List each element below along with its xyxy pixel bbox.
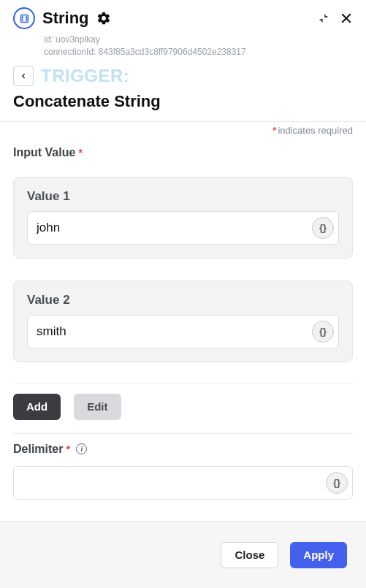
id-value: uov3nplkay [56, 34, 100, 45]
connection-id-value: 843f85a3cd3c8ff97906d4502e238317 [99, 47, 246, 57]
back-button[interactable] [13, 66, 34, 86]
collapse-icon[interactable] [318, 12, 329, 24]
value-2-input[interactable] [28, 316, 338, 348]
value-1-input[interactable] [28, 212, 338, 244]
value-2-label: Value 2 [27, 293, 339, 308]
apply-button[interactable]: Apply [290, 542, 347, 568]
info-icon[interactable]: i [76, 443, 87, 454]
required-indicator: * [78, 146, 83, 159]
divider [13, 433, 353, 434]
delimiter-label: Delimiter * i [13, 443, 353, 456]
add-button[interactable]: Add [13, 394, 61, 420]
input-value-label: Input Value * [13, 146, 353, 159]
module-icon [13, 7, 35, 29]
required-note: *indicates required [13, 122, 353, 136]
section-title: Concatenate String [0, 91, 366, 121]
value-card-2: Value 2 {} [13, 280, 353, 362]
close-button[interactable]: Close [221, 542, 278, 568]
edit-button[interactable]: Edit [74, 394, 121, 420]
variable-picker-icon[interactable]: {} [326, 472, 348, 494]
delimiter-input[interactable] [14, 467, 352, 499]
divider [13, 383, 353, 383]
trigger-label: TRIGGER: [41, 66, 129, 86]
connection-id-label: connectionId: [44, 47, 96, 57]
module-title: String [42, 9, 89, 28]
required-indicator: * [66, 443, 70, 455]
value-card-1: Value 1 {} [13, 177, 353, 259]
header: String [0, 0, 366, 34]
variable-picker-icon[interactable]: {} [312, 321, 334, 343]
meta-block: id: uov3nplkay connectionId: 843f85a3cd3… [0, 34, 366, 58]
footer: Close Apply [0, 521, 366, 588]
value-1-label: Value 1 [27, 189, 339, 204]
close-icon[interactable] [340, 12, 353, 25]
gear-icon[interactable] [96, 11, 111, 26]
id-label: id: [44, 34, 53, 45]
variable-picker-icon[interactable]: {} [312, 217, 334, 239]
